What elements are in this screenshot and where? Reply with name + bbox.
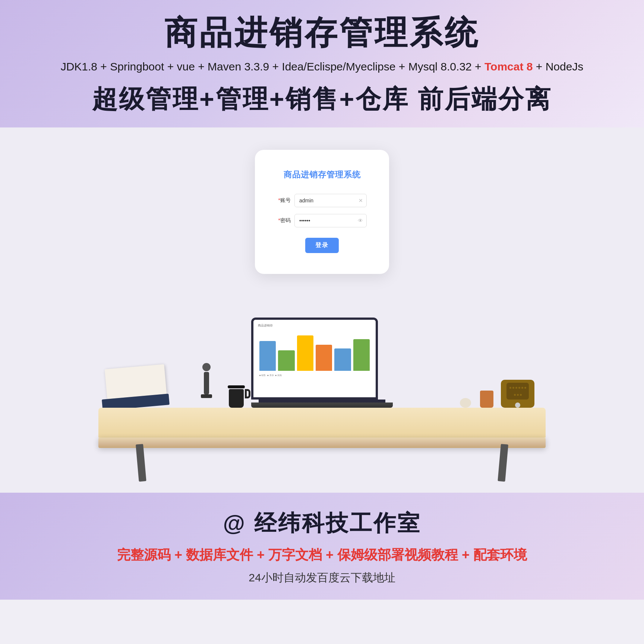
password-group: *密码 👁 xyxy=(277,214,367,227)
password-input-wrapper: 👁 xyxy=(294,214,367,227)
speaker-dot-2 xyxy=(512,387,514,389)
speaker-grill xyxy=(506,383,529,400)
clear-icon[interactable]: ✕ xyxy=(359,198,363,203)
speaker-dot-8 xyxy=(517,394,519,396)
figurine xyxy=(195,363,218,408)
login-card-title: 商品进销存管理系统 xyxy=(277,169,367,180)
username-input-wrapper: ✕ xyxy=(294,194,367,207)
eye-icon[interactable]: 👁 xyxy=(358,218,363,224)
password-label: *密码 xyxy=(277,217,291,224)
speaker-knob xyxy=(515,402,520,408)
desk-leg-right xyxy=(498,444,508,482)
tech-stack: JDK1.8 + Springboot + vue + Maven 3.3.9 … xyxy=(22,58,622,76)
desk-top-surface xyxy=(98,408,546,438)
username-label: *账号 xyxy=(277,197,291,204)
main-title: 商品进销存管理系统 xyxy=(22,15,622,51)
desk-scene: 商品进销存 ■ 销售 ■ 库存 ■ 采购 xyxy=(0,321,644,493)
bottom-features: 完整源码 + 数据库文件 + 万字文档 + 保姆级部署视频教程 + 配套环境 xyxy=(22,546,622,564)
desk-leg-left xyxy=(136,444,146,482)
coffee-cup xyxy=(229,385,245,408)
login-card: 商品进销存管理系统 *账号 ✕ *密码 👁 登录 xyxy=(255,150,389,274)
chart-bar-1 xyxy=(259,341,276,371)
bottom-banner: @ 经纬科技工作室 完整源码 + 数据库文件 + 万字文档 + 保姆级部署视频教… xyxy=(0,493,644,600)
password-input[interactable] xyxy=(294,214,367,227)
desk-surface xyxy=(98,438,546,448)
laptop-hinge xyxy=(259,400,385,402)
login-button[interactable]: 登录 xyxy=(305,238,339,253)
laptop-base xyxy=(251,402,393,408)
figurine-base xyxy=(201,394,212,398)
notebook-pages xyxy=(105,364,167,400)
chart-area xyxy=(256,330,373,371)
laptop-screen-content: 商品进销存 ■ 销售 ■ 库存 ■ 采购 xyxy=(253,320,376,397)
chart-bar-4 xyxy=(316,345,332,371)
laptop: 商品进销存 ■ 销售 ■ 库存 ■ 采购 xyxy=(251,318,393,408)
speaker-dot-9 xyxy=(520,394,522,396)
paper-ball xyxy=(460,398,471,408)
cup-lid xyxy=(228,385,245,388)
chart-bar-3 xyxy=(297,335,313,371)
speaker xyxy=(501,380,534,408)
figurine-head xyxy=(202,363,211,371)
tech-stack-prefix: JDK1.8 + Springboot + vue + Maven 3.3.9 … xyxy=(61,60,484,73)
speaker-dot-7 xyxy=(514,394,516,396)
cup-body xyxy=(229,389,244,408)
speaker-dot-1 xyxy=(509,387,511,389)
features-text: 完整源码 + 数据库文件 + 万字文档 + 保姆级部署视频教程 + 配套环境 xyxy=(117,547,527,562)
chart-bar-5 xyxy=(334,348,351,371)
speaker-dot-3 xyxy=(515,387,517,389)
top-banner: 商品进销存管理系统 JDK1.8 + Springboot + vue + Ma… xyxy=(0,0,644,127)
subtitle: 超级管理+管理+销售+仓库 前后端分离 xyxy=(22,84,622,114)
cup-handle xyxy=(245,389,250,398)
tech-stack-tomcat: Tomcat 8 xyxy=(484,60,533,73)
pen-cup xyxy=(480,391,493,408)
download-text: 24小时自动发百度云下载地址 xyxy=(22,570,622,585)
chart-bar-2 xyxy=(278,350,294,371)
chart-bar-6 xyxy=(353,339,370,371)
username-group: *账号 ✕ xyxy=(277,194,367,207)
tech-stack-suffix: + NodeJs xyxy=(533,60,583,73)
speaker-dot-4 xyxy=(518,387,520,389)
laptop-screen: 商品进销存 ■ 销售 ■ 库存 ■ 采购 xyxy=(251,318,378,400)
figurine-body xyxy=(204,372,209,394)
username-input[interactable] xyxy=(294,194,367,207)
speaker-dot-6 xyxy=(524,387,526,389)
middle-section: 商品进销存管理系统 *账号 ✕ *密码 👁 登录 xyxy=(0,127,644,493)
speaker-dot-5 xyxy=(521,387,523,389)
studio-name: @ 经纬科技工作室 xyxy=(22,508,622,539)
